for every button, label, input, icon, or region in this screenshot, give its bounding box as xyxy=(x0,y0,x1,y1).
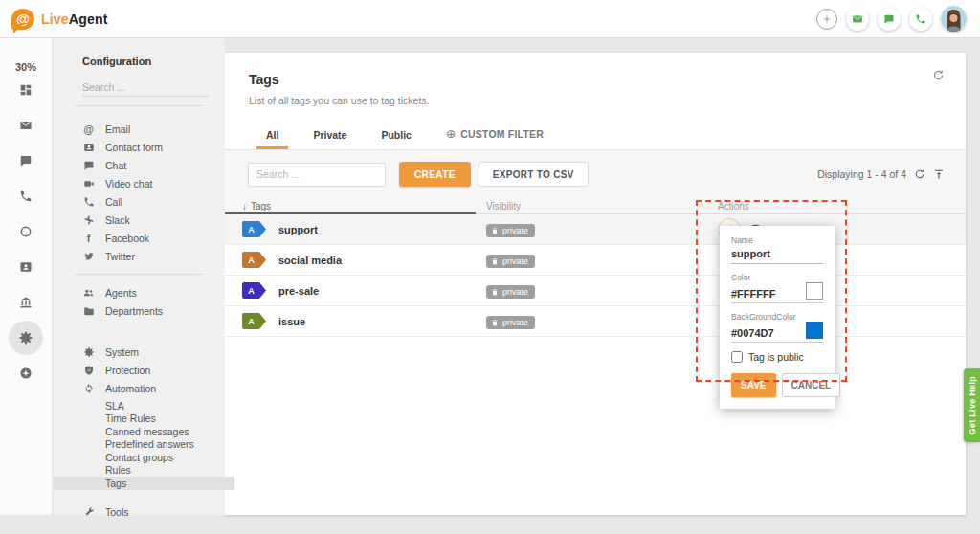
color-swatch[interactable] xyxy=(806,282,823,300)
column-header-visibility[interactable]: Visibility xyxy=(486,201,718,211)
table-row[interactable]: Apre-sale private xyxy=(225,276,966,306)
tag-chip: A xyxy=(242,313,266,329)
tag-chip: A xyxy=(242,282,266,299)
color-field[interactable]: #FFFFFF xyxy=(731,285,775,300)
people-icon xyxy=(82,286,95,299)
sidebar-subitem-sla[interactable]: SLA xyxy=(105,399,225,412)
phone-icon xyxy=(82,196,95,208)
tab-all[interactable]: All xyxy=(249,122,296,149)
sidebar-subitem-tags[interactable]: Tags xyxy=(54,477,234,490)
lock-icon xyxy=(491,288,499,296)
tag-chip: A xyxy=(242,221,266,237)
tag-chip: A xyxy=(242,252,266,268)
sidebar-item-contact-form[interactable]: Contact form xyxy=(82,138,225,156)
sidebar-item-protection[interactable]: Protection xyxy=(82,361,225,379)
sidebar-subitem-predefined-answers[interactable]: Predefined answers xyxy=(105,438,225,452)
color-label: Color xyxy=(731,273,823,282)
rail-item-email[interactable] xyxy=(9,108,43,143)
rail-item-chat[interactable] xyxy=(9,144,43,178)
tag-public-checkbox[interactable] xyxy=(731,351,743,363)
background-color-label: BackGroundColor xyxy=(731,312,823,322)
cancel-button[interactable]: CANCEL xyxy=(782,373,841,397)
rail-item-contacts[interactable] xyxy=(9,250,43,284)
sidebar-item-agents[interactable]: Agents xyxy=(82,283,225,301)
org-menu: Agents Departments xyxy=(82,283,225,320)
rail-item-dashboard[interactable] xyxy=(9,73,43,107)
tags-search-input[interactable] xyxy=(248,163,386,187)
liveagent-app: @ LiveAgent 30% Configuration @Ema xyxy=(0,0,980,534)
sidebar-subitem-time-rules[interactable]: Time Rules xyxy=(105,412,225,426)
folder-icon xyxy=(82,305,95,317)
configuration-sidebar: Configuration @Email Contact form Chat V… xyxy=(54,38,225,515)
call-icon xyxy=(19,189,33,203)
automation-submenu: SLA Time Rules Canned messages Predefine… xyxy=(105,399,225,490)
email-icon xyxy=(19,119,33,132)
visibility-badge: private xyxy=(486,224,535,237)
sidebar-item-twitter[interactable]: Twitter xyxy=(82,247,225,265)
sidebar-item-email[interactable]: @Email xyxy=(82,120,225,138)
refresh-button[interactable] xyxy=(932,68,945,85)
tab-public[interactable]: Public xyxy=(364,122,429,149)
export-csv-button[interactable]: EXPORT TO CSV xyxy=(479,162,589,187)
tags-header: Tags List of all tags you can use to tag… xyxy=(225,53,966,150)
sidebar-item-chat[interactable]: Chat xyxy=(82,156,225,174)
rail-item-social[interactable] xyxy=(9,214,43,249)
user-avatar[interactable] xyxy=(941,6,967,32)
background-color-field[interactable]: #0074D7 xyxy=(731,324,774,339)
rail-item-company[interactable] xyxy=(9,285,43,320)
refresh-list-button[interactable] xyxy=(914,168,925,180)
add-circle-button[interactable] xyxy=(816,9,837,30)
bank-icon xyxy=(19,296,33,309)
sidebar-subitem-rules[interactable]: Rules xyxy=(105,464,225,478)
create-button[interactable]: CREATE xyxy=(399,162,471,187)
sidebar-search-input[interactable] xyxy=(82,78,209,97)
tags-panel: Tags List of all tags you can use to tag… xyxy=(225,53,966,515)
background-color-swatch[interactable] xyxy=(806,322,823,339)
ring-icon xyxy=(19,225,33,238)
topbar-actions xyxy=(816,6,967,32)
top-bar: @ LiveAgent xyxy=(0,0,980,38)
sidebar-item-tools[interactable]: Tools xyxy=(82,503,225,522)
sidebar-item-departments[interactable]: Departments xyxy=(82,301,225,320)
usage-percent: 30% xyxy=(15,61,36,73)
dashboard-icon xyxy=(19,83,33,97)
email-notification-button[interactable] xyxy=(846,8,869,31)
rail-item-call[interactable] xyxy=(9,179,43,213)
rail-item-settings[interactable] xyxy=(9,321,43,355)
tab-custom-filter[interactable]: ⊕CUSTOM FILTER xyxy=(429,120,561,149)
tag-public-checkbox-row: Tag is public xyxy=(731,351,823,363)
tag-name: social media xyxy=(278,255,342,266)
liveagent-logo[interactable]: @ LiveAgent xyxy=(11,9,108,30)
sidebar-subitem-contact-groups[interactable]: Contact groups xyxy=(105,451,225,464)
sidebar-item-facebook[interactable]: fFacebook xyxy=(82,229,225,247)
save-button[interactable]: SAVE xyxy=(731,373,776,397)
chat-notification-button[interactable] xyxy=(878,8,901,31)
sidebar-item-system[interactable]: System xyxy=(82,343,225,361)
page-title: Tags xyxy=(249,72,943,87)
gear-icon xyxy=(18,330,33,345)
displaying-count: Displaying 1 - 4 of 4 xyxy=(817,168,906,180)
sidebar-subitem-canned-messages[interactable]: Canned messages xyxy=(105,425,225,438)
table-row[interactable]: Asupport private xyxy=(225,214,966,245)
at-icon: @ xyxy=(82,123,95,135)
table-row[interactable]: Asocial media private xyxy=(225,245,966,276)
column-header-tags[interactable]: ↓Tags xyxy=(242,201,486,211)
get-live-help-tab[interactable]: Get Live Help xyxy=(964,368,980,442)
sidebar-item-automation[interactable]: Automation xyxy=(82,379,225,397)
scroll-top-button[interactable] xyxy=(933,168,945,180)
facebook-icon: f xyxy=(82,233,95,244)
table-row[interactable]: Aissue private xyxy=(225,306,966,337)
sidebar-item-call[interactable]: Call xyxy=(82,192,225,211)
contact-card-icon xyxy=(19,260,33,274)
sidebar-item-slack[interactable]: Slack xyxy=(82,211,225,229)
sort-desc-icon: ↓ xyxy=(242,201,247,211)
name-field[interactable]: support xyxy=(731,245,823,264)
sidebar-item-video-chat[interactable]: Video chat xyxy=(82,174,225,192)
rail-item-addons[interactable] xyxy=(9,356,43,390)
tab-private[interactable]: Private xyxy=(296,122,364,149)
visibility-badge: private xyxy=(486,285,535,299)
page-description: List of all tags you can use to tag tick… xyxy=(249,95,943,106)
background-color-row: #0074D7 xyxy=(731,322,823,343)
wrench-icon xyxy=(82,506,95,518)
call-notification-button[interactable] xyxy=(909,8,932,31)
